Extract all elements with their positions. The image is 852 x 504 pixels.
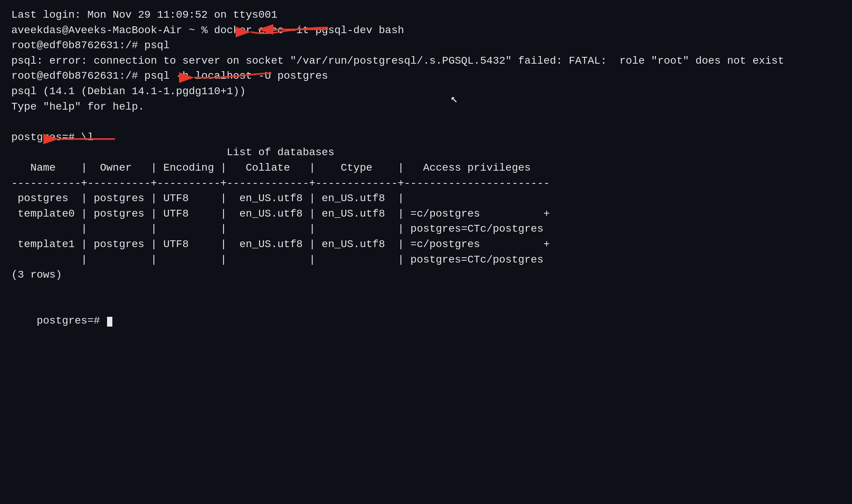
table-row-postgres: postgres | postgres | UTF8 | en_US.utf8 … [11, 191, 841, 206]
table-separator: -----------+----------+----------+------… [11, 176, 841, 191]
line-final-prompt: postgres=# [11, 298, 841, 344]
line-psql-error: psql: error: connection to server on soc… [11, 53, 841, 69]
table-row-template1-b: | | | | | postgres=CTc/postgres [11, 252, 841, 268]
terminal-cursor [107, 317, 112, 327]
line-type-help: Type "help" for help. [11, 99, 841, 115]
terminal-window: Last login: Mon Nov 29 11:09:52 on ttys0… [11, 8, 841, 344]
line-docker-exec: aveekdas@Aveeks-MacBook-Air ~ % docker e… [11, 23, 841, 38]
line-root-psql: root@edf0b8762631:/# psql [11, 38, 841, 53]
line-last-login: Last login: Mon Nov 29 11:09:52 on ttys0… [11, 8, 841, 23]
table-row-template0-a: template0 | postgres | UTF8 | en_US.utf8… [11, 206, 841, 222]
table-header: Name | Owner | Encoding | Collate | Ctyp… [11, 160, 841, 176]
table-title: List of databases [11, 145, 841, 160]
line-backslash-l: postgres=# \l [11, 130, 841, 145]
line-blank2 [11, 283, 841, 298]
line-blank1 [11, 115, 841, 130]
line-rows-count: (3 rows) [11, 267, 841, 283]
line-psql-version: psql (14.1 (Debian 14.1-1.pgdg110+1)) [11, 84, 841, 99]
table-row-template0-b: | | | | | postgres=CTc/postgres [11, 221, 841, 237]
mouse-cursor: ↖ [451, 91, 458, 106]
line-psql-localhost: root@edf0b8762631:/# psql -h localhost -… [11, 69, 841, 84]
table-row-template1-a: template1 | postgres | UTF8 | en_US.utf8… [11, 237, 841, 252]
